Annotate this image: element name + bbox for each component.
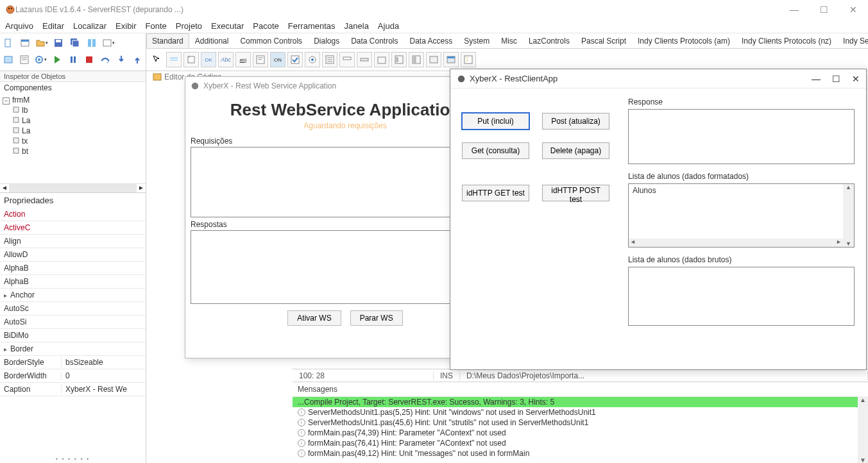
new-form-button[interactable] <box>18 36 32 50</box>
panel-component[interactable] <box>426 52 441 67</box>
tree-node[interactable]: lb <box>1 105 144 115</box>
property-row[interactable]: BorderStylebsSizeable <box>0 356 146 369</box>
message-line[interactable]: ...Compile Project, Target: ServerREST.e… <box>293 397 868 407</box>
property-row[interactable]: AlphaB <box>0 262 146 275</box>
menu-ajuda[interactable]: Ajuda <box>378 21 399 31</box>
radiogroup-component[interactable] <box>391 52 407 67</box>
popupmenu-component[interactable] <box>183 52 199 67</box>
menu-exibir[interactable]: Exibir <box>115 21 137 31</box>
idhttp-post-button[interactable]: idHTTP POST test <box>542 185 609 201</box>
component-tab[interactable]: Common Controls <box>234 33 308 48</box>
component-tab[interactable]: LazControls <box>523 33 575 48</box>
combobox-component[interactable] <box>339 52 355 67</box>
units-button[interactable] <box>85 36 99 50</box>
memo-component[interactable] <box>253 52 268 67</box>
actionlist-component[interactable] <box>461 52 476 67</box>
view-units-button[interactable] <box>17 53 31 67</box>
component-tab[interactable]: Additional <box>189 33 235 48</box>
get-button[interactable]: Get (consulta) <box>462 142 529 159</box>
property-row[interactable]: ActiveC <box>0 221 146 235</box>
message-line[interactable]: iformMain.pas(74,39) Hint: Parameter "AC… <box>293 428 868 438</box>
property-row[interactable]: ▸Anchor <box>0 289 146 302</box>
label-component[interactable]: Abc <box>218 52 234 67</box>
component-tab[interactable]: Standard <box>146 33 189 48</box>
settings-button[interactable]: ▾ <box>33 53 47 67</box>
messages-list[interactable]: ...Compile Project, Target: ServerREST.e… <box>293 397 868 463</box>
property-row[interactable]: CaptionXyberX - Rest We <box>0 383 146 396</box>
lista-brutos-memo[interactable] <box>628 267 855 326</box>
properties-tab[interactable]: Propriedades <box>0 192 146 208</box>
lista-hscroll[interactable]: ◄► <box>629 239 843 247</box>
frame-component[interactable] <box>443 52 459 67</box>
menu-executar[interactable]: Executar <box>211 21 244 31</box>
property-row[interactable]: Action <box>0 208 146 221</box>
menu-pacote[interactable]: Pacote <box>253 21 278 31</box>
step-out-button[interactable] <box>131 53 144 67</box>
property-row[interactable]: BiDiMo <box>0 329 146 342</box>
ativar-ws-button[interactable]: Ativar WS <box>287 310 341 326</box>
minimize-button[interactable]: — <box>785 4 804 15</box>
button-component[interactable]: OK <box>201 52 216 67</box>
listbox-component[interactable] <box>322 52 337 67</box>
step-into-button[interactable] <box>115 53 128 67</box>
tree-node[interactable]: tx <box>1 136 144 146</box>
close-button[interactable]: ✕ <box>844 4 863 15</box>
delete-button[interactable]: Delete (apaga) <box>542 142 609 159</box>
component-tab[interactable]: Data Access <box>404 33 459 48</box>
client-close-button[interactable]: ✕ <box>852 74 860 84</box>
message-line[interactable]: iformMain.pas(76,41) Hint: Parameter "AC… <box>293 438 868 448</box>
property-row[interactable]: ▸Border <box>0 342 146 356</box>
post-button[interactable]: Post (atualiza) <box>542 113 609 130</box>
menu-arquivo[interactable]: Arquivo <box>5 21 33 31</box>
component-tab[interactable]: Pascal Script <box>575 33 632 48</box>
run-button[interactable] <box>50 53 64 67</box>
property-row[interactable]: BorderWidth0 <box>0 369 146 383</box>
property-row[interactable]: AllowD <box>0 248 146 262</box>
tree-node[interactable]: bt <box>1 146 144 156</box>
menu-editar[interactable]: Editar <box>42 21 64 31</box>
put-button[interactable]: Put (inclui) <box>462 113 529 130</box>
component-tab[interactable]: Indy Clients Protocols (am) <box>632 33 736 48</box>
mainmenu-component[interactable] <box>166 52 182 67</box>
scrollbar-component[interactable] <box>357 52 372 67</box>
groupbox-component[interactable] <box>374 52 389 67</box>
property-row[interactable]: AlphaB <box>0 275 146 289</box>
idhttp-get-button[interactable]: idHTTP GET test <box>462 185 529 201</box>
tree-node-root[interactable]: −frmM <box>1 95 144 105</box>
object-tree[interactable]: −frmM lbLaLatxbt <box>0 94 146 183</box>
menu-janela[interactable]: Janela <box>345 21 369 31</box>
menu-localizar[interactable]: Localizar <box>73 21 106 31</box>
new-file-button[interactable] <box>1 36 15 50</box>
toggle-form-button[interactable] <box>1 53 15 67</box>
lista-vscroll[interactable]: ▲▼ <box>843 184 854 247</box>
stop-button[interactable] <box>83 53 96 67</box>
togglebox-component[interactable]: ON <box>270 52 285 67</box>
response-memo[interactable] <box>628 109 855 164</box>
client-minimize-button[interactable]: — <box>812 74 821 84</box>
pause-button[interactable] <box>66 53 80 67</box>
menu-ferramentas[interactable]: Ferramentas <box>288 21 336 31</box>
component-tab[interactable]: Dialogs <box>308 33 345 48</box>
component-tab[interactable]: Data Controls <box>345 33 404 48</box>
parar-ws-button[interactable]: Parar WS <box>350 310 403 326</box>
component-tab[interactable]: Indy Servers Pr <box>837 33 868 48</box>
step-over-button[interactable] <box>99 53 112 67</box>
menu-projeto[interactable]: Projeto <box>176 21 202 31</box>
messages-scrollbar[interactable]: ▲▼ <box>858 396 868 463</box>
save-all-button[interactable] <box>68 36 82 50</box>
open-button[interactable]: ▾ <box>35 36 49 50</box>
edit-component[interactable]: ab| <box>235 52 251 67</box>
properties-grid[interactable]: ActionActiveCAlignAllowDAlphaBAlphaB▸Anc… <box>0 208 146 455</box>
pointer-tool[interactable] <box>149 52 164 67</box>
menu-fonte[interactable]: Fonte <box>146 21 167 31</box>
tree-node[interactable]: La <box>1 126 144 136</box>
tree-scrollbar[interactable]: ◄► <box>0 183 146 192</box>
save-button[interactable] <box>51 36 65 50</box>
tree-root-alunos[interactable]: Alunos <box>633 186 656 195</box>
property-row[interactable]: Align <box>0 235 146 248</box>
lista-formatados-tree[interactable]: Alunos ▲▼ ◄► <box>628 183 855 248</box>
maximize-button[interactable]: ☐ <box>814 4 833 15</box>
checkbox-component[interactable] <box>287 52 303 67</box>
property-row[interactable]: AutoSc <box>0 302 146 316</box>
message-line[interactable]: iServerMethodsUnit1.pas(45,6) Hint: Unit… <box>293 417 868 428</box>
